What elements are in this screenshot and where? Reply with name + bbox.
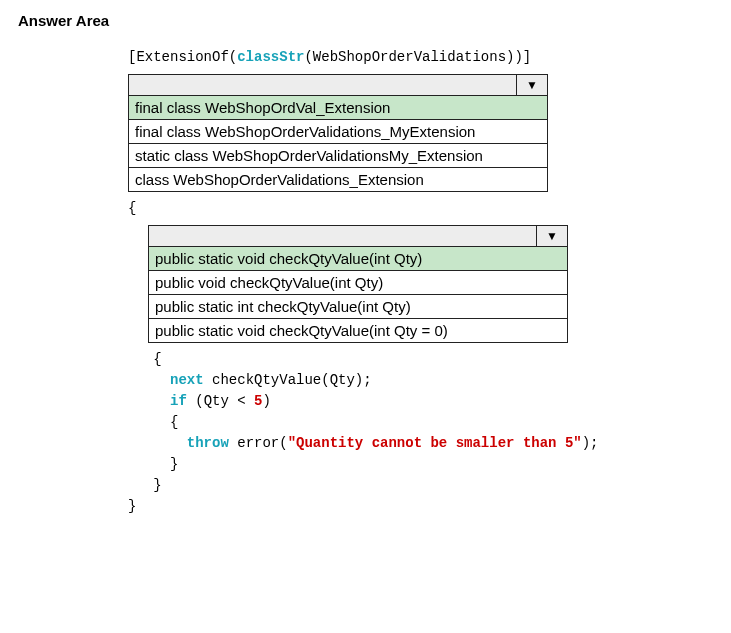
dropdown-option[interactable]: public static void checkQtyValue(int Qty… [148, 247, 568, 271]
dropdown-option[interactable]: final class WebShopOrderValidations_MyEx… [128, 120, 548, 144]
error-close: ); [582, 435, 599, 451]
next-call-line: next checkQtyValue(Qty); [128, 370, 713, 391]
dropdown-option[interactable]: final class WebShopOrdVal_Extension [128, 96, 548, 120]
page-title: Answer Area [18, 12, 713, 29]
dropdown-spacer [129, 75, 517, 95]
if-open: (Qty < [187, 393, 254, 409]
if-line: if (Qty < 5) [128, 391, 713, 412]
dropdown-header[interactable]: ▼ [128, 74, 548, 96]
chevron-down-icon[interactable]: ▼ [537, 226, 567, 246]
dropdown-option[interactable]: public static void checkQtyValue(int Qty… [148, 319, 568, 343]
inner-brace-close: } [128, 454, 713, 475]
dropdown-option[interactable]: static class WebShopOrderValidationsMy_E… [128, 144, 548, 168]
throw-kw: throw [187, 435, 229, 451]
attribute-line: [ExtensionOf(classStr(WebShopOrderValida… [128, 47, 713, 68]
method-brace-open: { [128, 349, 713, 370]
inner-brace-open: { [128, 412, 713, 433]
next-kw: next [170, 372, 204, 388]
attr-rest: (WebShopOrderValidations))] [304, 49, 531, 65]
dropdown-header[interactable]: ▼ [148, 225, 568, 247]
dropdown-option[interactable]: class WebShopOrderValidations_Extension [128, 168, 548, 192]
method-brace-close: } [128, 475, 713, 496]
classstr-kw: classStr [237, 49, 304, 65]
dropdown-spacer [149, 226, 537, 246]
dropdown-option[interactable]: public void checkQtyValue(int Qty) [148, 271, 568, 295]
throw-line: throw error("Quantity cannot be smaller … [128, 433, 713, 454]
dropdown-option[interactable]: public static int checkQtyValue(int Qty) [148, 295, 568, 319]
error-str: "Quantity cannot be smaller than 5" [288, 435, 582, 451]
dropdown-class-declaration[interactable]: ▼ final class WebShopOrdVal_Extension fi… [128, 74, 548, 192]
brace-open: { [128, 198, 713, 219]
content-area: [ExtensionOf(classStr(WebShopOrderValida… [128, 47, 713, 517]
chevron-down-icon[interactable]: ▼ [517, 75, 547, 95]
if-kw: if [170, 393, 187, 409]
dropdown-method-signature[interactable]: ▼ public static void checkQtyValue(int Q… [148, 225, 568, 343]
class-brace-close: } [128, 496, 713, 517]
next-call: checkQtyValue(Qty); [204, 372, 372, 388]
error-word: error( [229, 435, 288, 451]
attr-open: [ExtensionOf( [128, 49, 237, 65]
if-close: ) [262, 393, 270, 409]
